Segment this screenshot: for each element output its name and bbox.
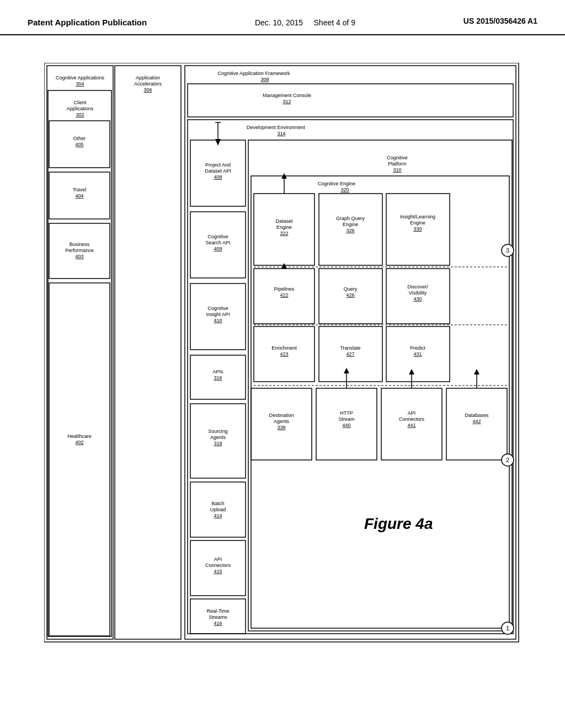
svg-point-136 xyxy=(502,244,514,256)
svg-text:Sourcing: Sourcing xyxy=(208,429,228,434)
svg-text:404: 404 xyxy=(75,193,83,199)
svg-rect-91 xyxy=(386,326,450,382)
svg-text:Discover/: Discover/ xyxy=(407,284,428,290)
svg-text:431: 431 xyxy=(413,351,422,357)
svg-text:Cognitive: Cognitive xyxy=(207,306,228,311)
svg-text:Connectors: Connectors xyxy=(399,416,425,422)
svg-text:322: 322 xyxy=(280,231,288,236)
svg-text:310: 310 xyxy=(393,167,401,173)
svg-text:Cognitive Engine: Cognitive Engine xyxy=(318,181,355,186)
svg-rect-113 xyxy=(190,540,246,596)
svg-text:318: 318 xyxy=(214,441,222,446)
header-center: Dec. 10, 2015 Sheet 4 of 9 xyxy=(255,17,355,29)
svg-text:302: 302 xyxy=(76,112,84,117)
svg-marker-126 xyxy=(409,369,414,374)
publication-title: Patent Application Publication xyxy=(28,18,147,27)
svg-text:422: 422 xyxy=(280,292,288,298)
svg-text:Predict: Predict xyxy=(410,345,426,351)
svg-text:304: 304 xyxy=(76,81,84,87)
svg-rect-94 xyxy=(251,388,312,460)
svg-text:Stream: Stream xyxy=(338,416,354,422)
svg-text:409: 409 xyxy=(214,246,222,251)
svg-text:320: 320 xyxy=(340,187,349,192)
svg-marker-122 xyxy=(281,173,287,179)
svg-text:Agents: Agents xyxy=(274,419,290,424)
svg-rect-28 xyxy=(188,84,513,117)
svg-text:Search API: Search API xyxy=(205,240,230,245)
svg-text:Cognitive Applications: Cognitive Applications xyxy=(56,75,105,81)
svg-marker-139 xyxy=(344,368,349,373)
svg-text:316: 316 xyxy=(214,375,222,381)
svg-text:Engine: Engine xyxy=(276,224,292,230)
publication-date: Dec. 10, 2015 xyxy=(255,18,303,27)
patent-number: US 2015/0356426 A1 xyxy=(463,17,537,25)
svg-rect-70 xyxy=(254,326,315,382)
svg-marker-124 xyxy=(281,263,287,269)
svg-text:Travel: Travel xyxy=(73,187,87,192)
svg-rect-87 xyxy=(386,269,450,324)
svg-text:Other: Other xyxy=(73,136,86,141)
svg-text:430: 430 xyxy=(413,296,422,302)
svg-text:Connectors: Connectors xyxy=(205,563,231,568)
svg-text:Batch: Batch xyxy=(211,501,224,506)
svg-text:Visibility: Visibility xyxy=(409,290,427,296)
svg-text:416: 416 xyxy=(214,620,222,626)
svg-text:2: 2 xyxy=(506,457,509,463)
svg-point-132 xyxy=(502,622,514,634)
svg-text:HTTP: HTTP xyxy=(340,410,353,416)
svg-text:427: 427 xyxy=(346,351,354,357)
svg-text:Graph Query: Graph Query xyxy=(336,216,365,221)
svg-rect-14 xyxy=(49,223,110,279)
svg-rect-0 xyxy=(44,63,519,642)
svg-text:442: 442 xyxy=(472,419,481,424)
svg-text:Insight API: Insight API xyxy=(206,312,230,317)
svg-text:1: 1 xyxy=(506,625,509,631)
svg-text:338: 338 xyxy=(277,425,285,430)
svg-text:Databases: Databases xyxy=(465,413,489,418)
header-right: US 2015/0356426 A1 xyxy=(463,17,537,25)
svg-text:403: 403 xyxy=(75,254,83,259)
svg-text:410: 410 xyxy=(214,318,222,323)
diagram-svg: Cognitive Applications 304 Client Applic… xyxy=(44,63,524,670)
svg-rect-45 xyxy=(190,212,246,278)
svg-text:APIs: APIs xyxy=(212,369,223,374)
svg-text:Applications: Applications xyxy=(67,106,94,111)
header-left: Patent Application Publication xyxy=(28,17,147,28)
svg-text:308: 308 xyxy=(260,77,269,82)
svg-rect-77 xyxy=(319,269,382,324)
svg-rect-53 xyxy=(190,355,246,399)
svg-rect-109 xyxy=(190,482,246,537)
svg-text:Engine: Engine xyxy=(343,222,358,227)
svg-text:Translate: Translate xyxy=(340,345,360,351)
svg-text:Enrichment: Enrichment xyxy=(271,345,297,351)
svg-marker-128 xyxy=(474,369,479,374)
svg-rect-37 xyxy=(248,140,512,631)
svg-text:API: API xyxy=(408,410,416,416)
svg-rect-18 xyxy=(49,283,110,636)
svg-text:Business: Business xyxy=(70,242,90,247)
svg-text:426: 426 xyxy=(346,292,354,298)
svg-point-134 xyxy=(502,454,514,466)
svg-rect-8 xyxy=(49,121,110,168)
svg-text:326: 326 xyxy=(346,228,354,233)
svg-text:Cognitive Application Framewor: Cognitive Application Framework xyxy=(217,71,290,76)
svg-text:Insight/Learning: Insight/Learning xyxy=(400,214,435,220)
diagram-area: Cognitive Applications 304 Client Applic… xyxy=(0,35,565,697)
svg-text:Development Environment: Development Environment xyxy=(247,125,306,130)
svg-text:Healthcare: Healthcare xyxy=(67,433,92,439)
svg-text:Agents: Agents xyxy=(210,435,226,440)
svg-text:Pipelines: Pipelines xyxy=(274,286,295,292)
svg-text:API: API xyxy=(214,556,222,562)
svg-text:312: 312 xyxy=(282,99,291,104)
svg-text:408: 408 xyxy=(214,174,222,180)
svg-text:Real-Time: Real-Time xyxy=(206,608,229,614)
svg-text:Application: Application xyxy=(136,75,160,81)
svg-rect-73 xyxy=(319,194,382,265)
svg-text:330: 330 xyxy=(413,226,422,232)
svg-text:Accelerators: Accelerators xyxy=(134,81,162,87)
svg-text:Streams: Streams xyxy=(209,614,227,620)
svg-text:Client: Client xyxy=(73,100,87,105)
svg-rect-1 xyxy=(47,66,113,639)
svg-text:Engine: Engine xyxy=(410,220,425,226)
svg-rect-31 xyxy=(188,120,513,634)
